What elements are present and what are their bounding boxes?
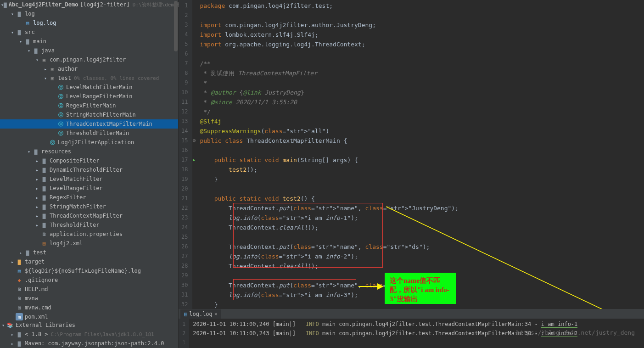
folder-icon: ▇: [32, 47, 39, 54]
tree-item[interactable]: ▾▇log: [0, 9, 178, 18]
folder-icon: ▇: [16, 28, 23, 36]
tree-item[interactable]: ▾▇resources: [0, 147, 178, 156]
tree-item-label: com.pingan.log4j2filter: [50, 56, 126, 63]
close-icon[interactable]: ×: [214, 311, 218, 317]
folder-icon: ▇: [40, 212, 48, 219]
tree-item[interactable]: ▾▇src: [0, 28, 178, 37]
editor-area: 123456789101112131415⊖1617▸1819202122232…: [179, 0, 644, 348]
tree-item[interactable]: ▤log.log: [0, 18, 178, 28]
chevron-right-icon: ▸: [34, 223, 40, 228]
chevron-right-icon: ▸: [34, 177, 40, 182]
java-icon: ⓒ: [49, 139, 56, 146]
log-icon: ▤: [24, 19, 31, 27]
code-editor[interactable]: 123456789101112131415⊖1617▸1819202122232…: [179, 0, 644, 309]
chevron-right-icon: ▸: [34, 213, 40, 219]
tree-item[interactable]: ⓒLevelRangeFilterMain: [0, 92, 178, 101]
scrollbar-thumb[interactable]: [174, 1, 178, 51]
tree-item[interactable]: mpom.xml: [0, 312, 178, 320]
tree-item[interactable]: ◆.gitignore: [0, 275, 178, 285]
pkg-icon: ▣: [49, 65, 56, 73]
tree-item[interactable]: ▸▇StringMatchFilter: [0, 202, 178, 211]
xml-icon: ▤: [40, 240, 48, 247]
pkg-icon: ▣: [40, 56, 48, 63]
folder-icon: ▇: [16, 331, 23, 338]
tree-item[interactable]: ⓒThresholdFilterMain: [0, 129, 178, 138]
folder-icon: ▇: [40, 194, 48, 201]
tree-item[interactable]: 🗎mvnw: [0, 294, 178, 303]
library-icon: 📚: [6, 321, 14, 329]
tree-item[interactable]: ⓒRegexFilterMain: [0, 101, 178, 110]
lib-jdk[interactable]: ▸ ▇ < 1.8 > C:\Program Files\Java\jdk1.8…: [0, 330, 178, 339]
tree-item[interactable]: ⓒThreadContextMapFilterMain: [0, 119, 178, 129]
bottom-tab[interactable]: ▤ log.log ×: [180, 309, 221, 319]
tree-item[interactable]: 🗎mvnw.cmd: [0, 303, 178, 312]
tree-item[interactable]: ⓒStringMatchFilterMain: [0, 110, 178, 119]
module-name: [log4j2-filter]: [80, 1, 129, 8]
tree-item[interactable]: ▸▣author: [0, 64, 178, 73]
java-icon: ⓒ: [57, 111, 64, 118]
tree-item-label: ThresholdFilterMain: [66, 130, 129, 136]
tree-item[interactable]: ▤log4j2.xml: [0, 239, 178, 248]
tree-item-label: ${logDir}${noSuffixLogFileName}.log: [25, 268, 141, 274]
chevron-down-icon: ▾: [9, 30, 16, 35]
bottom-tab-label: log.log: [189, 311, 213, 317]
tree-item[interactable]: ▸▇test: [0, 248, 178, 257]
chevron-right-icon: ▸: [34, 168, 40, 173]
project-root[interactable]: ▾ ▇ Abc_Log4j2Filter_Demo [log4j2-filter…: [0, 0, 178, 9]
tree-item-label: application.properties: [50, 231, 123, 237]
tree-item-label: .gitignore: [25, 277, 58, 283]
tree-item[interactable]: ⓒLog4j2FilterApplication: [0, 138, 178, 147]
lib-maven[interactable]: ▸ ▇ Maven: com.jayway.jsonpath:json-path…: [0, 339, 178, 348]
tree-item[interactable]: ▸▇DynamicThresholdFilter: [0, 165, 178, 174]
file-icon: 🗎: [16, 286, 23, 293]
tree-item-label: mvnw.cmd: [25, 304, 51, 311]
tree[interactable]: ▾▇log▤log.log▾▇src▾▇main▾▇java▾▣com.ping…: [0, 9, 178, 320]
tree-item[interactable]: ▸▇RegexFilter: [0, 193, 178, 202]
lib-label: < 1.8 >: [25, 331, 48, 337]
tree-item[interactable]: ▸▇LevelRangeFilter: [0, 184, 178, 193]
tree-item[interactable]: ▾▣test0% classes, 0% lines covered: [0, 73, 178, 83]
external-libraries[interactable]: ▾ 📚 External Libraries: [0, 320, 178, 330]
folder-icon: ▇: [40, 157, 48, 164]
chevron-down-icon: ▾: [26, 48, 32, 53]
file-icon: 🗎: [16, 295, 23, 302]
folder-icon: ▇: [16, 10, 23, 17]
tree-item[interactable]: 🗎HELP.md: [0, 285, 178, 294]
log-icon: ▤: [16, 267, 23, 275]
tree-item-label: author: [58, 66, 78, 72]
tree-item-label: StringMatchFilterMain: [66, 112, 136, 118]
annotation-text: 这个name值不匹配，所以"i am info-3"没输出: [390, 277, 449, 303]
tree-item-label: test: [58, 75, 71, 81]
git-icon: ◆: [16, 276, 23, 284]
tree-item[interactable]: ▾▣com.pingan.log4j2filter: [0, 55, 178, 64]
tree-item[interactable]: ▾▇main: [0, 37, 178, 46]
tree-item-label: DynamicThresholdFilter: [50, 167, 123, 173]
tree-item-label: LevelMatchFilterMain: [66, 84, 133, 90]
tree-item[interactable]: ▸▇ThreadContextMapFilter: [0, 211, 178, 220]
tree-item[interactable]: ▸▇CompositeFilter: [0, 156, 178, 165]
tree-item[interactable]: ▤${logDir}${noSuffixLogFileName}.log: [0, 266, 178, 275]
tree-item-label: log4j2.xml: [50, 240, 83, 247]
folder-icon: ▇: [24, 38, 31, 45]
tree-item[interactable]: ▾▇java: [0, 46, 178, 55]
java-icon: ⓒ: [57, 93, 64, 100]
java-icon: ⓒ: [57, 84, 64, 91]
code-content[interactable]: package com.pingan.log4j2filter.test; im…: [192, 0, 644, 309]
tree-item-label: HELP.md: [25, 286, 48, 292]
tree-item-label: main: [33, 38, 46, 45]
tree-item[interactable]: ▸▇ThresholdFilter: [0, 220, 178, 230]
chevron-right-icon: ▸: [34, 195, 40, 200]
tree-item-label: RegexFilterMain: [66, 102, 116, 109]
chevron-right-icon: ▸: [9, 332, 16, 337]
java-icon: ⓒ: [57, 102, 64, 109]
tree-item[interactable]: ⓒLevelMatchFilterMain: [0, 83, 178, 92]
tree-item-label: StringMatchFilter: [50, 203, 106, 210]
folder-icon: ▇: [40, 203, 48, 210]
tree-item[interactable]: ▸▇target: [0, 257, 178, 266]
watermark: https://blog.csdn.net/justry_deng: [516, 329, 635, 336]
pkg-icon: ▣: [49, 74, 56, 82]
project-name: Abc_Log4j2Filter_Demo: [9, 1, 78, 8]
tree-item-label: LevelRangeFilter: [50, 185, 103, 191]
tree-item[interactable]: ▸▇LevelMatchFilter: [0, 174, 178, 184]
tree-item[interactable]: 🗎application.properties: [0, 230, 178, 239]
